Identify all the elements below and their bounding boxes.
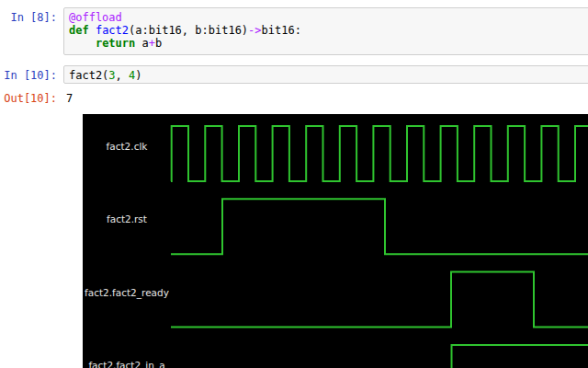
signal-label: fact2.fact2_in_a <box>88 360 164 368</box>
code-cell-8[interactable]: @offloaddef fact2(a:bit16, b:bit16)->bit… <box>63 7 588 55</box>
output-prompt-10: Out[10]: <box>0 92 57 105</box>
code-line: return a+b <box>69 37 588 50</box>
code-cell-10[interactable]: fact2(3, 4) <box>63 65 588 84</box>
signal-trace-fact2.rst <box>171 199 588 254</box>
signal-label: fact2.clk <box>107 141 149 152</box>
code-line: @offload <box>69 11 588 24</box>
code-editor-8[interactable]: @offloaddef fact2(a:bit16, b:bit16)->bit… <box>64 8 588 50</box>
waveform-output-image: fact2.clkfact2.rstfact2.fact2_readyfact2… <box>83 114 588 368</box>
waveform-plot: fact2.clkfact2.rstfact2.fact2_readyfact2… <box>83 114 588 368</box>
input-prompt-10: In [10]: <box>0 69 57 82</box>
signal-trace-fact2.fact2_ready <box>171 272 588 328</box>
signal-trace-fact2.clk <box>171 126 588 181</box>
input-prompt-8: In [8]: <box>0 11 57 24</box>
code-editor-10[interactable]: fact2(3, 4) <box>64 66 588 82</box>
signal-trace-fact2.fact2_in_a <box>171 345 588 368</box>
signal-label: fact2.fact2_ready <box>85 287 169 299</box>
output-value: 7 <box>66 92 73 105</box>
signal-label: fact2.rst <box>107 213 147 224</box>
code-line: fact2(3, 4) <box>69 69 588 82</box>
code-line: def fact2(a:bit16, b:bit16)->bit16: <box>69 24 588 37</box>
